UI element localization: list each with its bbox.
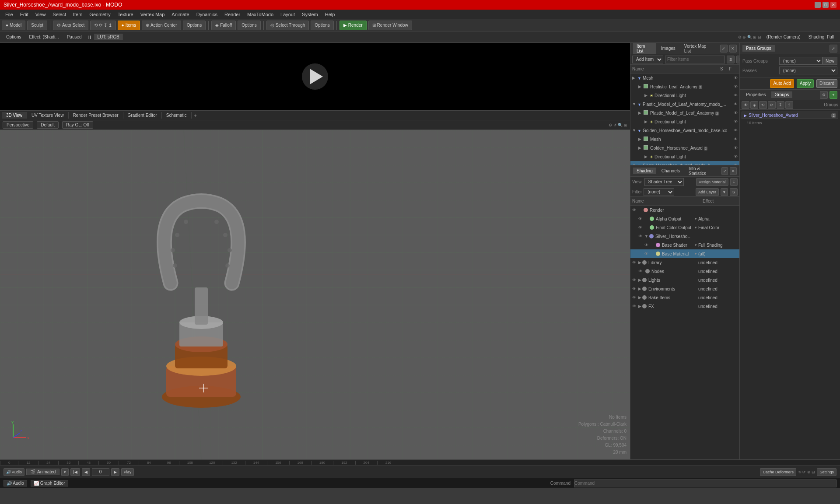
menu-system[interactable]: System [298,11,322,18]
tree-arrow[interactable]: ▶ [632,76,637,80]
tree-item-10[interactable]: ▶ ☀ Directional Light 👁 [630,152,739,161]
tab-plus-btn[interactable]: + [192,112,200,119]
tree-arrow[interactable]: ▶ [644,119,650,124]
tree-arrow[interactable]: ▼ [632,128,637,133]
tree-item-3[interactable]: ▶ ☀ Directional Light 👁 [630,91,739,100]
groups-plus-btn[interactable]: + [830,91,837,99]
expand-arrow[interactable]: ▼ [644,234,648,238]
anim-dropdown[interactable]: ▾ [61,468,69,476]
auto-add-btn[interactable]: Auto Add [770,79,794,88]
shader-item-10[interactable]: 👁 ▶ Environments undefined [630,284,739,293]
render-camera-label[interactable]: (Render Camera) [764,34,803,40]
tab-images[interactable]: Images [658,45,679,52]
group-item-silver-horseshoe[interactable]: ▶ Silver_Horseshoe_Award 2 [742,112,838,119]
menu-vertex-map[interactable]: Vertex Map [137,11,168,18]
model-btn[interactable]: ● Model [2,21,25,30]
tree-arrow[interactable]: ▶ [638,146,644,150]
item-list-close-btn[interactable]: ✕ [729,45,737,52]
shader-vis-btn[interactable]: 👁 [632,304,638,308]
menu-item[interactable]: Item [70,11,86,18]
tab-groups[interactable]: Groups [771,91,793,98]
visibility-btn[interactable]: 👁 [734,128,738,133]
items-btn[interactable]: ● Items [118,21,140,30]
groups-icon-3[interactable]: ⟲ [759,101,767,109]
expand-arrow[interactable]: ▶ [638,260,641,265]
tab-channels[interactable]: Channels [658,168,683,174]
tree-arrow[interactable]: ▼ [632,163,637,165]
visibility-btn[interactable]: 👁 [734,84,738,89]
menu-texture[interactable]: Texture [114,11,137,18]
shader-item-1[interactable]: 👁 Render [630,206,739,214]
filter-dropdown[interactable]: (none) [644,188,674,196]
expand-arrow[interactable]: ▶ [638,278,641,282]
shader-layer-s-btn[interactable]: ▾ [721,188,728,196]
tree-arrow[interactable]: ▶ [644,154,650,159]
tree-item-6[interactable]: ▶ ☀ Directional Light 👁 [630,117,739,126]
passes-dropdown[interactable]: (none) [779,66,837,74]
tree-item-9[interactable]: ▶ Golden_Horseshoe_Award 2 👁 [630,144,739,152]
shader-layer-s2-btn[interactable]: S [730,188,738,196]
audio-status-btn[interactable]: 🔊 Audio [4,480,27,486]
assign-material-btn[interactable]: Assign Material [696,178,728,186]
groups-icon-5[interactable]: ↧ [777,101,784,109]
visibility-btn[interactable]: 👁 [734,93,738,98]
shader-item-9[interactable]: 👁 ▶ Lights undefined [630,276,739,284]
ray-gl-pill[interactable]: Ray GL: Off [62,121,93,129]
new-pass-group-btn[interactable]: New [822,57,837,65]
tab-render-preset[interactable]: Render Preset Browser [69,112,123,119]
item-list-expand-btn[interactable]: ⤢ [720,45,728,52]
add-item-dropdown[interactable]: Add Item [632,56,663,63]
frame-input[interactable] [92,468,109,476]
options-btn3[interactable]: Options [311,21,333,30]
visibility-btn[interactable]: 👁 [734,146,738,150]
visibility-btn[interactable]: 👁 [734,102,738,106]
toolbar-icons1[interactable]: ⟲ ⟳ ↧ ↥ [90,21,116,30]
preview-play-btn[interactable] [302,63,328,90]
tree-arrow[interactable]: ▶ [638,84,644,89]
tree-item-7[interactable]: ▼ ▼ Golden_Horseshoe_Award_modo_base.lxo… [630,126,739,135]
timeline-play-label-btn[interactable]: Play [121,468,134,476]
groups-settings-btn[interactable]: ⚙ [820,91,828,99]
menu-geometry[interactable]: Geometry [86,11,114,18]
shader-vis-btn[interactable]: 👁 [632,260,638,265]
pass-groups-dropdown[interactable]: (none) [779,57,822,65]
graph-editor-btn[interactable]: 📈 Graph Editor [31,480,68,486]
tab-3d-view[interactable]: 3D View [2,112,27,119]
tree-item-5[interactable]: ▶ Plastic_Model_of_Leaf_Anatomy 2 👁 [630,108,739,117]
timeline-play-btn[interactable]: ▶ [111,468,119,476]
falloff-btn[interactable]: ◈ Falloff [211,21,236,30]
expand-arrow[interactable]: ▶ [638,295,641,300]
tab-properties[interactable]: Properties [742,91,770,98]
expand-arrow[interactable]: ▶ [638,287,641,291]
shader-item-11[interactable]: 👁 ▶ Bake Items undefined [630,293,739,302]
command-input[interactable] [574,480,836,487]
shader-item-8[interactable]: 👁 Nodes undefined [630,267,739,276]
menu-select[interactable]: Select [49,11,70,18]
perspective-pill[interactable]: Perspective [3,121,33,129]
close-btn[interactable]: ✕ [830,2,836,8]
apply-btn[interactable]: Apply [797,79,814,88]
menu-layout[interactable]: Layout [277,11,298,18]
expand-arrow[interactable]: ▶ [638,304,641,308]
shader-item-4[interactable]: 👁 ▼ Silver_Horseshoe_Award [630,232,739,241]
viewport-3d-content[interactable]: No Items Polygons : Catmull-Clark Channe… [0,130,630,459]
select-through-btn[interactable]: ◎ Select Through [266,21,309,30]
tree-arrow[interactable]: ▶ [638,111,644,115]
timeline-prev-start-btn[interactable]: |◀ [70,468,80,476]
tab-vertex-map[interactable]: Vertex Map List [681,43,717,54]
options-btn1[interactable]: Options [183,21,206,30]
tree-item-1[interactable]: ▶ ▼ Mesh 👁 [630,74,739,82]
timeline-audio-btn[interactable]: 🔊 Audio [4,468,24,476]
groups-icon-1[interactable]: 👁 [742,101,749,109]
menu-dynamics[interactable]: Dynamics [193,11,221,18]
shader-vis-btn[interactable]: 👁 [638,217,644,221]
visibility-btn[interactable]: 👁 [734,154,738,159]
tab-gradient-editor[interactable]: Gradient Editor [123,112,162,119]
render-btn[interactable]: ▶ Render [340,21,367,30]
menu-animate[interactable]: Animate [168,11,192,18]
visibility-btn[interactable]: 👁 [734,163,738,165]
shader-vis-btn[interactable]: 👁 [632,287,638,291]
shader-vis-btn[interactable]: 👁 [638,269,644,273]
menu-render[interactable]: Render [221,11,244,18]
visibility-btn[interactable]: 👁 [734,76,738,80]
